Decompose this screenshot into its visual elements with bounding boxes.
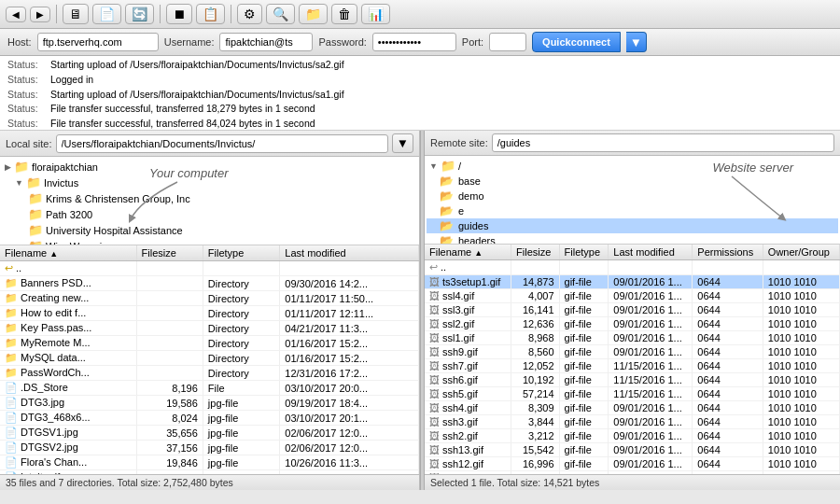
tree-item-path3200[interactable]: 📁 Path 3200 <box>2 206 417 222</box>
remote-file-type: gif-file <box>559 387 609 401</box>
local-file-name: 📁Key Pass.pas... <box>0 321 136 336</box>
tree-item-wire[interactable]: 📁 Wire Wrapping <box>2 238 417 245</box>
port-input[interactable] <box>489 33 526 51</box>
tree-label-guides: guides <box>458 220 488 231</box>
local-file-row[interactable]: 📄.DS_Store 8,196 File 03/10/2017 20:0... <box>0 381 419 396</box>
username-input[interactable] <box>219 33 313 51</box>
local-file-row[interactable]: 📄DTG3.jpg 19,586 jpg-file 09/19/2017 18:… <box>0 396 419 411</box>
remote-file-type: gif-file <box>559 443 609 457</box>
toolbar-btn-delete[interactable]: 🗑 <box>331 4 357 24</box>
password-input[interactable] <box>372 33 456 51</box>
local-file-row[interactable]: 📄DTGSV1.jpg 35,656 jpg-file 02/06/2017 1… <box>0 426 419 441</box>
remote-file-row[interactable]: 🖼ssh3.gif 3,844 gif-file 09/01/2016 1...… <box>425 415 840 429</box>
remote-file-size: 16,141 <box>511 303 559 317</box>
local-col-filesize[interactable]: Filesize <box>136 245 203 261</box>
remote-col-perms[interactable]: Permissions <box>693 245 763 260</box>
remote-file-owner: 1010 1010 <box>763 275 839 289</box>
tree-item-demo[interactable]: 📂 demo <box>427 189 838 203</box>
tree-item-e[interactable]: 📂 e <box>427 203 838 218</box>
remote-file-tbody: ↩.. 🖼ts3setup1.gif 14,873 gif-file 09/01… <box>425 260 840 475</box>
host-input[interactable] <box>37 33 159 51</box>
toolbar-btn-settings[interactable]: ⚙ <box>237 4 262 24</box>
toolbar-btn-back[interactable]: ◀ <box>6 7 26 22</box>
remote-file-row[interactable]: 🖼ssh7.gif 12,052 gif-file 11/15/2016 1..… <box>425 359 840 373</box>
local-file-type: jpg-file <box>203 396 279 411</box>
local-file-row[interactable]: 📁Banners PSD... Directory 09/30/2016 14:… <box>0 276 419 291</box>
local-file-modified <box>280 261 419 276</box>
local-file-row[interactable]: 📄DTG3_468x6... 8,024 jpg-file 03/10/2017… <box>0 411 419 426</box>
tree-item-invictus[interactable]: ▼ 📁 Invictus <box>2 175 417 190</box>
tree-item-guides[interactable]: 📂 guides <box>427 218 838 233</box>
local-site-dropdown[interactable]: ▼ <box>392 133 413 153</box>
remote-file-perms: 0644 <box>693 443 763 457</box>
toolbar-btn-compare[interactable]: 📊 <box>361 4 390 24</box>
remote-file-row[interactable]: 🖼ssh4.gif 8,309 gif-file 09/01/2016 1...… <box>425 401 840 415</box>
local-file-modified: 04/21/2017 11:3... <box>280 321 419 336</box>
remote-file-row[interactable]: 🖼ssh2.gif 3,212 gif-file 09/01/2016 1...… <box>425 429 840 443</box>
local-file-tbody: ↩.. 📁Banners PSD... Directory 09/30/2016… <box>0 261 419 475</box>
remote-file-row[interactable]: 🖼ssh5.gif 57,214 gif-file 11/15/2016 1..… <box>425 387 840 401</box>
remote-file-name: 🖼ssl4.gif <box>425 289 511 303</box>
local-file-size <box>136 261 203 276</box>
remote-file-owner: 1010 1010 <box>763 415 839 429</box>
local-file-row[interactable]: 📄Flora's Chan... 19,846 jpg-file 10/26/2… <box>0 455 419 470</box>
remote-file-perms: 0644 <box>693 359 763 373</box>
connection-bar: Host: Username: Password: Port: Quickcon… <box>0 29 840 56</box>
remote-file-row[interactable]: 🖼ssh12.gif 16,996 gif-file 09/01/2016 1.… <box>425 457 840 471</box>
remote-file-modified: 09/01/2016 1... <box>609 457 693 471</box>
local-file-row[interactable]: 📁Key Pass.pas... Directory 04/21/2017 11… <box>0 321 419 336</box>
remote-file-row[interactable]: 🖼ssl2.gif 12,636 gif-file 09/01/2016 1..… <box>425 317 840 331</box>
toolbar-btn-queue[interactable]: 📋 <box>196 4 225 24</box>
remote-file-row[interactable]: 🖼ssh6.gif 10,192 gif-file 11/15/2016 1..… <box>425 373 840 387</box>
toolbar-btn-folder[interactable]: 📁 <box>299 4 328 24</box>
remote-col-filesize[interactable]: Filesize <box>511 245 559 260</box>
local-file-row[interactable]: 📁Creating new... Directory 01/11/2017 11… <box>0 291 419 306</box>
remote-file-row[interactable]: 🖼ssh9.gif 8,560 gif-file 09/01/2016 1...… <box>425 345 840 359</box>
remote-file-name: 🖼ssh3.gif <box>425 415 511 429</box>
quickconnect-dropdown-button[interactable]: ▼ <box>626 32 647 52</box>
remote-file-row[interactable]: 🖼ssl1.gif 8,968 gif-file 09/01/2016 1...… <box>425 331 840 345</box>
local-file-size: 8,024 <box>136 411 203 426</box>
remote-file-perms: 0644 <box>693 345 763 359</box>
toolbar-btn-files[interactable]: 📄 <box>92 4 121 24</box>
local-col-filetype[interactable]: Filetype <box>203 245 279 261</box>
remote-file-owner: 1010 1010 <box>763 429 839 443</box>
local-file-row[interactable]: 📁How to edit f... Directory 01/11/2017 1… <box>0 306 419 321</box>
tree-item-base[interactable]: 📂 base <box>427 174 838 189</box>
toolbar-btn-refresh[interactable]: 🔄 <box>125 4 154 24</box>
toolbar-btn-search[interactable]: 🔍 <box>266 4 295 24</box>
local-file-row[interactable]: ↩.. <box>0 261 419 276</box>
tree-item-krims[interactable]: 📁 Krims & Christensen Group, Inc <box>2 190 417 206</box>
local-file-row[interactable]: 📁MyRemote M... Directory 01/16/2017 15:2… <box>0 336 419 351</box>
local-file-row[interactable]: 📁PassWordCh... Directory 12/31/2016 17:2… <box>0 366 419 381</box>
tree-item-university[interactable]: 📁 University Hospital Assistance <box>2 222 417 238</box>
remote-file-row[interactable]: ↩.. <box>425 260 840 275</box>
remote-file-type: gif-file <box>559 401 609 415</box>
remote-site-path[interactable] <box>492 133 834 152</box>
local-col-filename[interactable]: Filename ▲ <box>0 245 136 261</box>
tree-item-root[interactable]: ▼ 📁 / <box>427 158 838 174</box>
toolbar-btn-cancel[interactable]: ⏹ <box>166 4 192 24</box>
tree-item-headers[interactable]: 📂 headers <box>427 233 838 245</box>
local-file-row[interactable]: 📁MySQL data... Directory 01/16/2017 15:2… <box>0 351 419 366</box>
local-site-path[interactable] <box>56 134 388 153</box>
quickconnect-button[interactable]: Quickconnect <box>532 32 621 52</box>
remote-file-owner: 1010 1010 <box>763 317 839 331</box>
remote-col-owner[interactable]: Owner/Group <box>763 245 839 260</box>
remote-col-modified[interactable]: Last modified <box>609 245 693 260</box>
toolbar-btn-forward[interactable]: ▶ <box>30 7 50 22</box>
tree-item-floraipaktchian[interactable]: ▶ 📁 floraipaktchian <box>2 159 417 175</box>
local-col-modified[interactable]: Last modified <box>280 245 419 261</box>
local-file-modified: 02/06/2017 12:0... <box>280 441 419 455</box>
remote-file-row[interactable]: 🖼ssh13.gif 15,542 gif-file 09/01/2016 1.… <box>425 443 840 457</box>
folder-icon-university: 📁 <box>28 223 43 237</box>
remote-file-row[interactable]: 🖼ssl4.gif 4,007 gif-file 09/01/2016 1...… <box>425 289 840 303</box>
remote-file-row[interactable]: 🖼ssl3.gif 16,141 gif-file 09/01/2016 1..… <box>425 303 840 317</box>
toolbar-btn-server-manager[interactable]: 🖥 <box>63 4 89 24</box>
local-file-size <box>136 336 203 351</box>
remote-col-filetype[interactable]: Filetype <box>559 245 609 260</box>
remote-file-row[interactable]: 🖼ts3setup1.gif 14,873 gif-file 09/01/201… <box>425 275 840 289</box>
remote-col-filename[interactable]: Filename ▲ <box>425 245 511 260</box>
local-file-row[interactable]: 📄DTGSV2.jpg 37,156 jpg-file 02/06/2017 1… <box>0 441 419 455</box>
folder-icon-krims: 📁 <box>28 191 43 205</box>
